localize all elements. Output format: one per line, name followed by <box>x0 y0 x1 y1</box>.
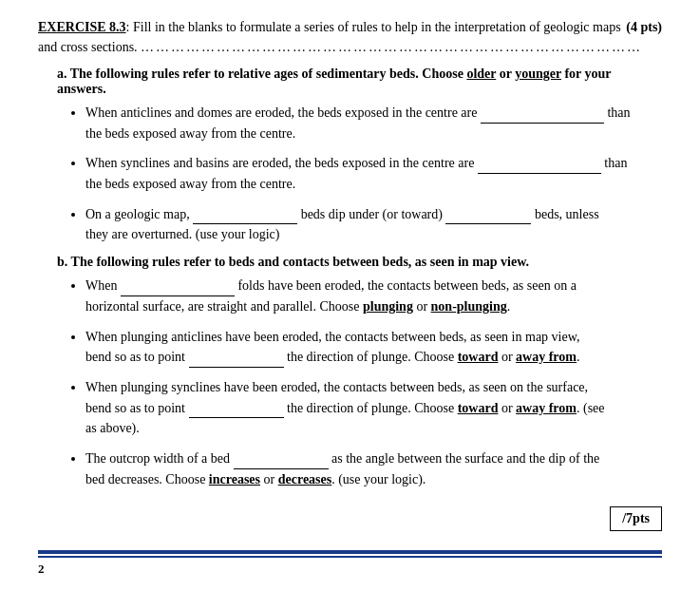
exercise-container: (4 pts) EXERCISE 8.3: Fill in the blanks… <box>38 17 662 577</box>
bullet-b2-mid: the direction of plunge. Choose toward o… <box>284 350 580 364</box>
bullet-b3-before: When plunging synclines have been eroded… <box>85 380 588 394</box>
toward-option-b2: toward <box>458 350 499 364</box>
away-from-option-b3: away from <box>516 401 577 415</box>
bullet-a1-text-after: the beds exposed away from the centre. <box>85 126 295 141</box>
older-option: older <box>466 67 496 81</box>
bullet-a3-mid: beds dip under (or toward) <box>297 207 445 221</box>
bullet-b2: When plunging anticlines have been erode… <box>85 327 662 368</box>
exercise-dots: ……………………………………………………………………………………… <box>141 40 642 54</box>
bullet-b4: The outcrop width of a bed as the angle … <box>85 448 662 489</box>
blank-a3a[interactable] <box>193 211 297 224</box>
section-b: b. The following rules refer to beds and… <box>57 255 662 489</box>
bullet-a2: When synclines and basins are eroded, th… <box>85 153 662 194</box>
exercise-header: (4 pts) EXERCISE 8.3: Fill in the blanks… <box>38 17 662 57</box>
bullet-b1-before: When <box>85 278 121 293</box>
blank-b2[interactable] <box>189 354 284 368</box>
bullet-a3-text-before: On a geologic map, <box>85 207 193 221</box>
exercise-title: EXERCISE 8.3 <box>38 20 126 34</box>
bullet-b1-mid: folds have been eroded, the contacts bet… <box>235 278 577 293</box>
blank-a2[interactable] <box>478 161 601 174</box>
non-plunging-option: non-plunging <box>431 299 507 314</box>
toward-option-b3: toward <box>458 401 499 415</box>
bullet-a2-text-after: the beds exposed away from the centre. <box>85 177 295 191</box>
bullet-a1-text-before: When anticlines and domes are eroded, th… <box>85 105 481 120</box>
section-a-bullets: When anticlines and domes are eroded, th… <box>57 103 662 245</box>
or1: or <box>500 67 512 81</box>
bullet-b4-mid: as the angle between the surface and the… <box>329 451 600 466</box>
section-a: a. The following rules refer to relative… <box>57 67 662 245</box>
section-b-intro: The following rules refer to beds and co… <box>71 255 529 269</box>
blank-a3b[interactable] <box>445 211 531 224</box>
bottom-bar: 2 <box>38 550 662 577</box>
blank-b3[interactable] <box>189 405 284 418</box>
bullet-b3-line2: bend so as to point <box>85 401 189 415</box>
younger-option: younger <box>515 67 561 81</box>
blank-b4[interactable] <box>234 456 329 469</box>
thin-blue-line <box>38 556 662 558</box>
score-box: /7pts <box>610 506 662 531</box>
bullet-b3: When plunging synclines have been eroded… <box>85 377 662 439</box>
section-b-label: b. The following rules refer to beds and… <box>57 255 662 270</box>
bullet-b4-before: The outcrop width of a bed <box>85 451 234 466</box>
plunging-option: plunging <box>363 299 413 314</box>
increases-option: increases <box>209 472 260 486</box>
bullet-a2-text-before: When synclines and basins are eroded, th… <box>85 156 478 170</box>
away-from-option-b2: away from <box>516 350 577 364</box>
bullet-a3-last: they are overturned. (use your logic) <box>85 227 279 241</box>
bullet-b4-line2: bed decreases. Choose increases or decre… <box>85 472 426 486</box>
section-b-bullets: When folds have been eroded, the contact… <box>57 276 662 489</box>
bullet-b1: When folds have been eroded, the contact… <box>85 276 662 316</box>
section-a-intro: The following rules refer to relative ag… <box>57 67 611 96</box>
blank-b1[interactable] <box>121 283 235 296</box>
page-number: 2 <box>38 562 45 576</box>
score-row: /7pts <box>38 499 662 531</box>
bullet-b1-line2: horizontal surface, are straight and par… <box>85 299 510 314</box>
section-a-label-char: a. <box>57 67 67 81</box>
bullet-b3-last: as above). <box>85 421 140 435</box>
bullet-b2-line2: bend so as to point <box>85 350 189 364</box>
than2: than <box>601 156 628 170</box>
decreases-option: decreases <box>278 472 332 486</box>
blank-a1[interactable] <box>481 110 604 124</box>
thick-blue-line <box>38 550 662 554</box>
bullet-b2-before: When plunging anticlines have been erode… <box>85 330 579 344</box>
than1: than <box>604 105 631 120</box>
bullet-a1: When anticlines and domes are eroded, th… <box>85 103 662 143</box>
bullet-a3-after: beds, unless <box>531 207 598 221</box>
bullet-a3: On a geologic map, beds dip under (or to… <box>85 204 662 245</box>
bullet-b3-mid: the direction of plunge. Choose toward o… <box>284 401 605 415</box>
points: (4 pts) <box>626 17 662 37</box>
section-a-label: a. The following rules refer to relative… <box>57 67 662 97</box>
section-b-label-char: b. <box>57 255 67 269</box>
